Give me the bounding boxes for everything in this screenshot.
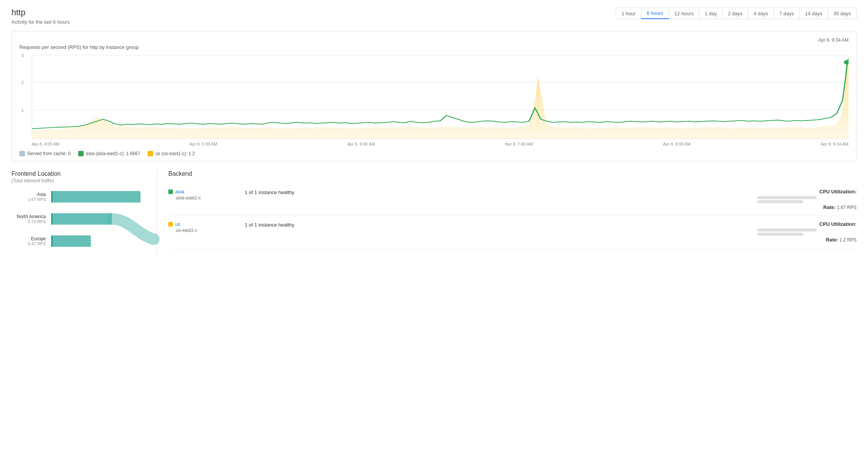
chart-title: Requests per second (RPS) for http by in… xyxy=(19,44,849,50)
backend-zone-us: us-east1-c xyxy=(168,228,245,233)
time-btn-30days[interactable]: 30 days xyxy=(828,8,857,19)
frontend-label-asia: Asia 1.67 RPS xyxy=(11,192,50,202)
time-btn-14days[interactable]: 14 days xyxy=(800,8,828,19)
svg-point-0 xyxy=(844,60,849,65)
x-label-4: Apr 8, 8:00 AM xyxy=(663,142,691,146)
legend-label-us: us (us-east1-c): 1.2 xyxy=(155,151,195,156)
x-label-3: Apr 8, 7:00 AM xyxy=(505,142,533,146)
chart-svg xyxy=(32,55,849,138)
backend-cpu-asia: CPU Utilization: Rate: 1.67 RPS xyxy=(757,189,857,210)
page-subtitle: Activity for the last 6 hours xyxy=(11,19,69,25)
backend-color-asia-icon xyxy=(168,190,173,194)
time-btn-6hours[interactable]: 6 hours xyxy=(641,8,669,19)
backend-health-us: 1 of 1 instance healthy xyxy=(245,221,757,228)
backend-section: Backend asia asia-east1-c 1 of 1 instanc… xyxy=(156,170,857,255)
chart-container: Apr 8, 9:34 AM Requests per second (RPS)… xyxy=(11,31,857,161)
chart-area: 1 2 3 xyxy=(32,55,849,139)
time-btn-4days[interactable]: 4 days xyxy=(748,8,774,19)
x-label-2: Apr 8, 6:00 AM xyxy=(347,142,375,146)
legend-item-us: us (us-east1-c): 1.2 xyxy=(148,151,195,156)
legend-item-cache: Served from cache: 0 xyxy=(19,151,71,156)
chart-timestamp: Apr 8, 9:34 AM xyxy=(19,37,849,43)
y-label-2: 2 xyxy=(21,80,24,85)
legend-color-asia xyxy=(78,151,84,156)
page-title: http xyxy=(11,8,69,18)
backend-item-us: us us-east1-c 1 of 1 instance healthy CP… xyxy=(168,216,857,248)
y-label-1: 1 xyxy=(21,108,24,113)
cpu-rate-asia: Rate: 1.67 RPS xyxy=(757,204,857,210)
legend-label-cache: Served from cache: 0 xyxy=(27,151,71,156)
cpu-bar-1 xyxy=(757,196,816,199)
time-btn-1hour[interactable]: 1 hour xyxy=(616,8,641,19)
frontend-subtitle: (Total inbound traffic) xyxy=(11,178,156,183)
chart-legend: Served from cache: 0 asia (asia-east1-c)… xyxy=(19,151,849,156)
time-btn-12hours[interactable]: 12 hours xyxy=(669,8,700,19)
frontend-bar-northamerica: North America 0.73 RPS xyxy=(11,213,156,225)
cpu-bar-us-1 xyxy=(757,228,816,232)
x-label-0: Apr 8, 4:00 AM xyxy=(32,142,60,146)
legend-label-asia: asia (asia-east1-c): 1.6667 xyxy=(86,151,140,156)
time-btn-2days[interactable]: 2 days xyxy=(723,8,748,19)
cpu-bar-us-2 xyxy=(757,233,803,236)
y-label-3: 3 xyxy=(21,53,24,58)
frontend-bars: Asia 1.67 RPS North America 0.73 RPS xyxy=(11,191,156,247)
backend-name-col-asia: asia asia-east1-c xyxy=(168,189,245,201)
bottom-section: Frontend Location (Total inbound traffic… xyxy=(11,170,857,255)
x-label-5: Apr 8, 9:34 AM xyxy=(821,142,849,146)
time-btn-7days[interactable]: 7 days xyxy=(774,8,800,19)
cpu-rate-us: Rate: 1.2 RPS xyxy=(757,237,857,243)
frontend-section: Frontend Location (Total inbound traffic… xyxy=(11,170,156,255)
backend-zone-asia: asia-east1-c xyxy=(168,195,245,201)
backend-health-asia: 1 of 1 instance healthy xyxy=(245,189,757,195)
frontend-label-northamerica: North America 0.73 RPS xyxy=(11,214,50,224)
frontend-title: Frontend Location xyxy=(11,170,156,177)
time-btn-1day[interactable]: 1 day xyxy=(699,8,723,19)
backend-name-col-us: us us-east1-c xyxy=(168,221,245,233)
backend-color-us-icon xyxy=(168,222,173,227)
backend-cpu-us: CPU Utilization: Rate: 1.2 RPS xyxy=(757,221,857,243)
legend-item-asia: asia (asia-east1-c): 1.6667 xyxy=(78,151,140,156)
frontend-bar-asia: Asia 1.67 RPS xyxy=(11,191,156,202)
frontend-label-europe: Europe 0.47 RPS xyxy=(11,236,50,246)
chart-x-labels: Apr 8, 4:00 AM Apr 8, 5:00 AM Apr 8, 6:0… xyxy=(32,140,849,146)
time-controls: 1 hour 6 hours 12 hours 1 day 2 days 4 d… xyxy=(616,8,857,19)
backend-name-asia: asia xyxy=(168,189,245,194)
frontend-bar-europe: Europe 0.47 RPS xyxy=(11,235,156,247)
legend-color-us xyxy=(148,151,153,156)
x-label-1: Apr 8, 5:00 AM xyxy=(189,142,217,146)
cpu-bar-2 xyxy=(757,200,803,203)
backend-title: Backend xyxy=(168,170,857,177)
backend-item-asia: asia asia-east1-c 1 of 1 instance health… xyxy=(168,183,857,216)
legend-color-cache xyxy=(19,151,25,156)
backend-name-us: us xyxy=(168,221,245,227)
